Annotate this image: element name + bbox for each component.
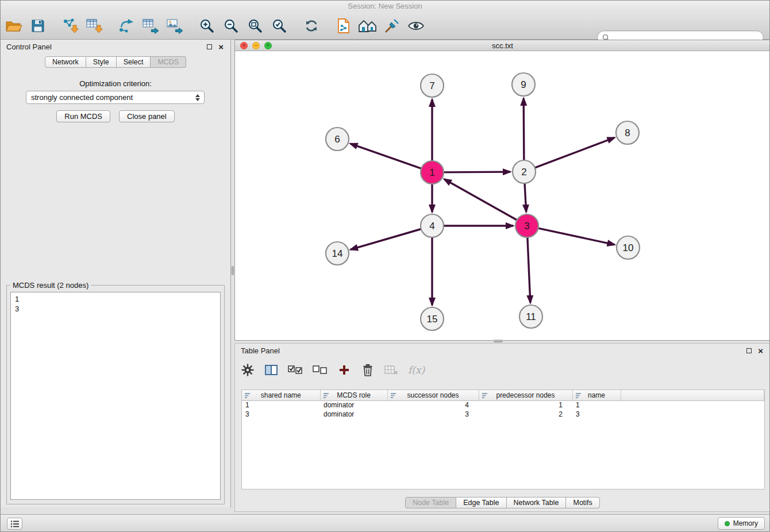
- window-title: Session: New Session: [1, 1, 769, 12]
- column-header-mcds-role[interactable]: MCDS role: [320, 390, 387, 400]
- network-window-title: scc.txt: [492, 41, 513, 50]
- tab-motifs[interactable]: Motifs: [566, 497, 599, 508]
- network-share-icon: [118, 18, 135, 34]
- node-table-body: 1dominator4113dominator323: [242, 400, 764, 419]
- column-header-predecessor-nodes[interactable]: predecessor nodes: [479, 390, 572, 400]
- column-header-shared-name[interactable]: shared name: [242, 390, 320, 400]
- apply-function-button: f(x): [408, 362, 425, 378]
- edge-1-2[interactable]: [441, 172, 510, 172]
- zoom-fit-button[interactable]: [243, 14, 267, 38]
- import-network-button[interactable]: [58, 14, 82, 38]
- tab-edge-table[interactable]: Edge Table: [456, 497, 506, 508]
- mcds-result-list[interactable]: 13: [10, 292, 221, 500]
- graph-node-label-9: 9: [521, 79, 526, 90]
- table-panel-float-button[interactable]: [746, 348, 752, 353]
- zoom-in-icon: [199, 18, 214, 33]
- vertical-splitter-grip[interactable]: [231, 266, 234, 275]
- zoom-selected-button[interactable]: [267, 14, 291, 38]
- panel-menu-button[interactable]: [7, 518, 22, 530]
- criterion-dropdown-value: strongly connected component: [26, 93, 194, 102]
- tab-select[interactable]: Select: [117, 56, 151, 68]
- graph-node-label-11: 11: [526, 311, 536, 322]
- network-graph[interactable]: 7968124314101511: [235, 51, 770, 340]
- edge-4-14[interactable]: [351, 229, 424, 250]
- criterion-dropdown[interactable]: strongly connected component: [26, 91, 205, 104]
- cell-shared-name: 1: [242, 400, 320, 410]
- edge-2-3[interactable]: [525, 181, 526, 212]
- add-row-button[interactable]: [337, 362, 351, 378]
- save-session-button[interactable]: [26, 14, 50, 38]
- import-table-icon: [86, 18, 103, 34]
- tab-network[interactable]: Network: [45, 56, 86, 68]
- tab-node-table[interactable]: Node Table: [405, 497, 456, 508]
- show-hide-graphics-button[interactable]: [404, 14, 428, 38]
- apply-style-button[interactable]: [380, 14, 404, 38]
- trash-icon: [362, 364, 374, 376]
- control-panel-tabs: NetworkStyleSelectMCDS: [45, 56, 186, 68]
- graph-node-label-6: 6: [334, 134, 340, 145]
- control-panel-close-button[interactable]: ×: [218, 44, 224, 49]
- sort-icon: [324, 392, 330, 400]
- tab-network-table[interactable]: Network Table: [507, 497, 567, 508]
- memory-status-icon: [725, 521, 730, 526]
- refresh-view-button[interactable]: [299, 14, 324, 38]
- zoom-out-icon: [224, 18, 238, 33]
- gear-icon: [241, 364, 254, 376]
- delete-columns-button: [384, 362, 398, 378]
- import-table-button[interactable]: [82, 14, 106, 38]
- cell-predecessor-nodes: 1: [479, 400, 572, 410]
- edge-1-6[interactable]: [351, 144, 424, 169]
- refresh-icon: [304, 18, 319, 33]
- graph-node-label-8: 8: [625, 128, 630, 138]
- first-neighbors-button[interactable]: [356, 14, 380, 38]
- zoom-out-button[interactable]: [219, 14, 243, 38]
- sort-icon: [391, 392, 397, 400]
- import-network-icon: [61, 18, 79, 34]
- horizontal-splitter-grip[interactable]: [494, 340, 503, 342]
- table-row[interactable]: 3dominator323: [242, 410, 764, 419]
- open-session-button[interactable]: [2, 14, 26, 38]
- edge-2-8[interactable]: [533, 138, 615, 169]
- cell-mcds-role: dominator: [320, 400, 387, 410]
- table-row[interactable]: 1dominator411: [242, 400, 764, 410]
- close-panel-button[interactable]: Close panel: [119, 110, 175, 122]
- edge-3-10[interactable]: [536, 228, 615, 245]
- graph-node-label-1: 1: [429, 167, 434, 178]
- table-panel-close-button[interactable]: ×: [758, 348, 763, 353]
- export-table-button[interactable]: [138, 14, 163, 38]
- delete-rows-button[interactable]: [361, 362, 375, 378]
- cell-name: 3: [572, 410, 621, 419]
- open-network-document-button[interactable]: [332, 14, 356, 38]
- plus-icon: [338, 364, 350, 376]
- graph-node-label-15: 15: [427, 314, 438, 325]
- window-minimize-button[interactable]: −: [252, 42, 260, 49]
- control-panel-float-button[interactable]: [207, 44, 212, 49]
- select-all-rows-button[interactable]: [288, 362, 303, 378]
- column-header-successor-nodes[interactable]: successor nodes: [387, 390, 479, 400]
- tab-style[interactable]: Style: [86, 56, 117, 68]
- open-folder-icon: [5, 18, 22, 33]
- window-maximize-button[interactable]: +: [264, 42, 272, 49]
- edge-3-11[interactable]: [528, 235, 530, 303]
- column-settings-button[interactable]: [241, 362, 255, 378]
- graph-node-label-4: 4: [429, 221, 434, 232]
- eye-icon: [407, 20, 425, 32]
- memory-button[interactable]: Memory: [718, 517, 765, 530]
- tab-mcds[interactable]: MCDS: [151, 56, 186, 68]
- deselect-all-rows-button[interactable]: [313, 362, 328, 378]
- window-close-button[interactable]: ×: [240, 42, 248, 49]
- new-network-button[interactable]: [114, 14, 138, 38]
- column-header-name[interactable]: name: [572, 390, 621, 400]
- main-toolbar: [1, 12, 769, 40]
- export-image-button[interactable]: [163, 14, 187, 38]
- zoom-in-button[interactable]: [195, 14, 219, 38]
- run-mcds-button[interactable]: Run MCDS: [56, 110, 110, 122]
- node-table-header-row: shared nameMCDS rolesuccessor nodesprede…: [242, 390, 764, 400]
- delete-column-icon: [384, 365, 398, 375]
- toggle-columns-button[interactable]: [264, 362, 278, 378]
- list-icon: [10, 520, 20, 528]
- status-bar: Memory: [1, 514, 769, 532]
- zoom-fit-icon: [248, 18, 263, 33]
- edge-3-1[interactable]: [444, 179, 519, 221]
- edge-2-9[interactable]: [523, 98, 524, 163]
